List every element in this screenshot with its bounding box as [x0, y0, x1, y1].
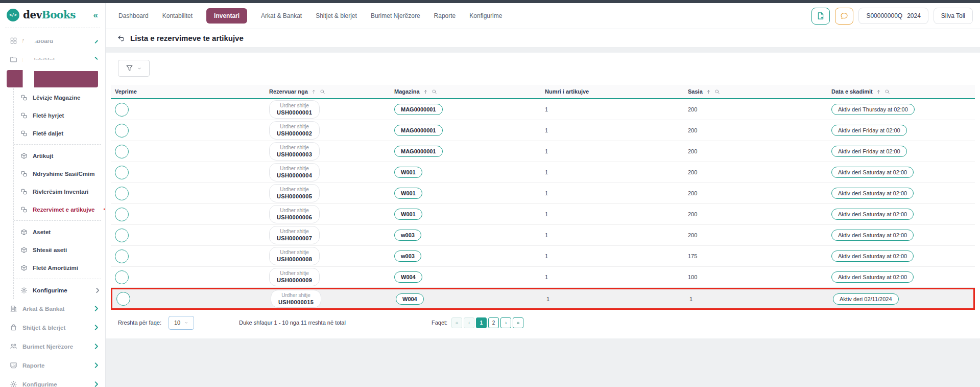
eye-icon	[118, 148, 126, 155]
search-icon[interactable]	[432, 89, 437, 95]
view-row-button[interactable]	[115, 208, 129, 221]
cubes-icon	[20, 94, 28, 101]
reservation-source-pill: Urdher shitje USH0000006	[269, 205, 320, 223]
filter-button[interactable]	[118, 60, 150, 77]
view-row-button[interactable]	[115, 166, 129, 179]
table-row[interactable]: Urdher shitje USH0000001 MAG0000001 1 20…	[111, 99, 975, 120]
search-icon[interactable]	[885, 89, 890, 95]
expiry-status-badge: Aktiv deri Saturday at 02:00	[831, 230, 914, 241]
eye-icon	[118, 190, 126, 197]
expiry-status-badge: Aktiv deri Saturday at 02:00	[831, 209, 914, 220]
gear-icon	[20, 287, 28, 294]
sidebar-item-burimet-njerëzore[interactable]: Burimet Njerëzore	[0, 337, 105, 356]
rows-per-page-select[interactable]: 10	[169, 316, 194, 330]
chevron-down-icon	[184, 321, 188, 325]
sidebar-item-rezervimet-e-artikujve[interactable]: Rezervimet e artikujve	[14, 200, 105, 218]
sidebar-item-shtesë-aseti[interactable]: Shtesë aseti	[14, 241, 105, 259]
table-row[interactable]: Urdher shitje USH0000002 MAG0000001 1 20…	[111, 120, 975, 141]
sidebar-item-fletë-amortizimi[interactable]: Fletë Amortizimi	[14, 259, 105, 277]
table-row[interactable]: Urdher shitje USH0000003 MAG0000001 1 20…	[111, 141, 975, 162]
search-icon[interactable]	[714, 89, 720, 95]
table-row[interactable]: Urdher shitje USH0000006 W001 1 200 Akti…	[111, 204, 975, 225]
tab-konfigurime[interactable]: Konfigurime	[469, 12, 502, 19]
expiry-status-badge: Aktiv deri Thursday at 02:00	[831, 104, 915, 115]
cubes-icon	[20, 188, 28, 195]
tab-kontabilitet[interactable]: Kontabilitet	[162, 12, 193, 19]
sidebar-item-label: Artikujt	[33, 153, 53, 159]
search-icon[interactable]	[320, 89, 325, 95]
table-row[interactable]: Urdher shitje USH0000007 w003 1 200 Akti…	[111, 225, 975, 246]
table-row[interactable]: Urdher shitje USH0000009 W004 1 100 Akti…	[111, 267, 975, 288]
tab-dashboard[interactable]: Dashboard	[118, 12, 149, 19]
items-count: 1	[545, 253, 548, 259]
pages-label: Faqet:	[432, 320, 447, 326]
sidebar-item-rivlerësim-inventari[interactable]: Rivlerësim Inventari	[14, 183, 105, 200]
sort-ascending-icon	[311, 89, 317, 95]
column-label: Numri i artikujve	[545, 88, 589, 95]
sidebar-item-asetet[interactable]: Asetet	[14, 223, 105, 241]
sidebar-item-ndryshime-sasi-cmim[interactable]: Ndryshime Sasi/Cmim	[14, 165, 105, 183]
tab-shitjet-blerjet[interactable]: Shitjet & blerjet	[316, 12, 357, 19]
chat-button[interactable]	[835, 8, 853, 25]
submenu-divider	[14, 220, 101, 221]
column-header-data-e-skadimit[interactable]: Data e skadimit	[828, 88, 975, 95]
user-menu-button[interactable]: Silva Toli	[934, 8, 973, 24]
page-button-2[interactable]: 2	[488, 317, 499, 328]
view-row-button[interactable]	[115, 270, 129, 284]
view-row-button[interactable]	[115, 229, 129, 242]
view-row-button[interactable]	[115, 103, 129, 117]
source-code: USH0000006	[277, 214, 312, 221]
page-button-nav[interactable]: »	[513, 317, 523, 328]
reservation-source-pill: Urdher shitje USH0000004	[269, 163, 320, 181]
expiry-status-badge: Aktiv deri Friday at 02:00	[831, 125, 907, 136]
quantity: 200	[688, 106, 697, 112]
eye-icon	[118, 106, 126, 113]
sidebar-item-label: Asetet	[33, 229, 51, 235]
source-type: Urdher shitje	[280, 165, 309, 172]
tab-arkat-bankat[interactable]: Arkat & Bankat	[261, 12, 302, 19]
page-button-nav[interactable]: ›	[500, 317, 511, 328]
table-row[interactable]: Urdher shitje USH0000004 W001 1 200 Akti…	[111, 162, 975, 183]
expiry-status-badge: Aktiv deri Saturday at 02:00	[831, 271, 914, 283]
page-button-1[interactable]: 1	[476, 317, 487, 328]
column-header-magazina[interactable]: Magazina	[391, 88, 542, 95]
reservation-source-pill: Urdher shitje USH0000005	[269, 184, 320, 202]
fiscal-year-button[interactable]: S00000000Q 2024	[858, 8, 928, 24]
view-row-button[interactable]	[115, 187, 129, 200]
column-header-sasia[interactable]: Sasia	[685, 88, 828, 95]
table-row[interactable]: Urdher shitje USH0000005 W001 1 200 Akti…	[111, 183, 975, 204]
tab-raporte[interactable]: Raporte	[434, 12, 456, 19]
sidebar-item-konfigurime[interactable]: Konfigurime	[0, 375, 105, 387]
sort-ascending-icon	[876, 89, 881, 95]
chat-bubble-icon	[840, 12, 848, 20]
view-row-button[interactable]	[115, 145, 129, 158]
source-type: Urdher shitje	[280, 228, 309, 235]
page-button-nav: «	[451, 317, 462, 328]
new-document-button[interactable]	[811, 8, 830, 25]
file-plus-icon	[817, 12, 825, 20]
eye-icon	[119, 295, 127, 303]
back-button[interactable]	[117, 34, 125, 42]
sidebar-item-shitjet-blerjet[interactable]: Shitjet & blerjet	[0, 318, 105, 337]
view-row-button[interactable]	[115, 249, 129, 263]
sidebar-item-raporte[interactable]: Raporte	[0, 356, 105, 375]
bag-icon	[10, 324, 17, 331]
items-count: 1	[545, 127, 548, 133]
box-icon	[20, 246, 28, 254]
sidebar-item-konfigurime[interactable]: Konfigurime	[14, 281, 105, 299]
tab-inventari[interactable]: Inventari	[206, 8, 247, 24]
sidebar-item-arkat-bankat[interactable]: Arkat & Bankat	[0, 299, 105, 318]
expiry-status-badge: Aktiv deri Saturday at 02:00	[831, 167, 914, 178]
tab-burimet-njerëzore[interactable]: Burimet Njerëzore	[371, 12, 420, 19]
view-row-button[interactable]	[115, 124, 129, 138]
content-card: VeprimeRezervuar ngaMagazinaNumri i arti…	[106, 53, 980, 338]
sidebar-item-inventari[interactable]: Inventari	[7, 70, 98, 87]
sidebar-item-label: Fletë Amortizimi	[33, 265, 78, 271]
funnel-icon	[126, 64, 133, 72]
source-type: Urdher shitje	[280, 207, 309, 214]
table-row[interactable]: Urdher shitje USH0000008 w003 1 175 Akti…	[111, 246, 975, 267]
sidebar-item-label: Raporte	[22, 362, 44, 369]
table-row[interactable]: Urdher shitje USH0000015 W004 1 1 Aktiv …	[111, 288, 975, 310]
column-header-rezervuar-nga[interactable]: Rezervuar nga	[266, 88, 391, 95]
view-row-button[interactable]	[116, 292, 130, 306]
